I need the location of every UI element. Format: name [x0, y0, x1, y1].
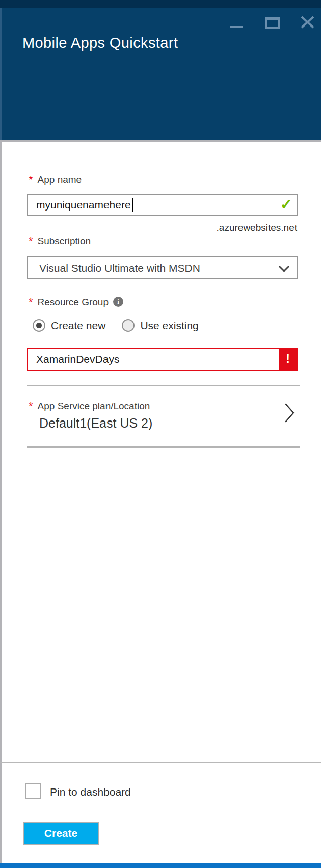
maximize-button[interactable] [265, 17, 280, 29]
minimize-icon [230, 26, 243, 28]
chevron-down-icon [279, 261, 289, 272]
required-asterisk: * [29, 236, 33, 246]
minimize-button[interactable] [230, 17, 244, 28]
app-name-input[interactable]: myuniquenamehere ✓ [27, 194, 298, 216]
mobile-apps-quickstart-blade: Mobile Apps Quickstart * App name myuniq… [0, 0, 321, 868]
app-service-plan-label: App Service plan/Location [38, 401, 150, 412]
resource-group-label: Resource Group [38, 297, 109, 308]
subscription-dropdown[interactable]: Visual Studio Ultimate with MSDN [27, 256, 298, 279]
error-icon: ! [279, 349, 297, 370]
required-asterisk: * [29, 401, 33, 411]
subscription-label-row: * Subscription [29, 235, 91, 247]
create-button[interactable]: Create [23, 822, 99, 845]
subscription-selected-value: Visual Studio Ultimate with MSDN [39, 262, 200, 274]
app-service-plan-value: Default1(East US 2) [39, 416, 152, 431]
domain-suffix: .azurewebsites.net [217, 222, 297, 233]
section-divider [27, 446, 300, 448]
resource-group-value: XamarinDevDays [36, 353, 119, 365]
app-name-label: App name [38, 174, 82, 186]
valid-check-icon: ✓ [280, 195, 292, 213]
resource-group-radio-row: Create new Use existing [33, 319, 199, 332]
radio-use-existing-label[interactable]: Use existing [140, 320, 198, 332]
blade-left-border [0, 142, 2, 863]
close-icon [301, 16, 314, 29]
close-button[interactable] [301, 16, 314, 29]
blade-header: Mobile Apps Quickstart [0, 8, 321, 140]
info-icon[interactable]: i [113, 297, 123, 307]
app-name-label-row: * App name [29, 174, 82, 186]
required-asterisk: * [29, 175, 33, 185]
header-bottom-border [0, 140, 321, 142]
resource-group-label-row: * Resource Group i [29, 297, 123, 308]
pin-to-dashboard-checkbox[interactable] [25, 783, 41, 799]
app-service-plan-label-row: * App Service plan/Location [29, 401, 150, 412]
required-asterisk: * [29, 297, 33, 307]
pin-to-dashboard-label[interactable]: Pin to dashboard [50, 786, 131, 798]
subscription-label: Subscription [38, 235, 91, 247]
resource-group-input[interactable]: XamarinDevDays ! [27, 348, 298, 371]
header-accent-strip [0, 8, 2, 140]
radio-use-existing[interactable] [122, 319, 135, 332]
bottom-accent-strip [0, 863, 321, 868]
section-divider [27, 385, 300, 386]
blade-title: Mobile Apps Quickstart [22, 35, 178, 51]
app-name-value: myuniquenamehere [36, 199, 131, 211]
radio-create-new-label[interactable]: Create new [51, 320, 105, 332]
footer-separator [0, 762, 321, 763]
radio-selected-dot [36, 323, 42, 328]
chevron-right-icon [284, 403, 296, 425]
radio-create-new[interactable] [33, 319, 45, 332]
text-cursor [132, 198, 133, 212]
top-strip [0, 0, 321, 8]
